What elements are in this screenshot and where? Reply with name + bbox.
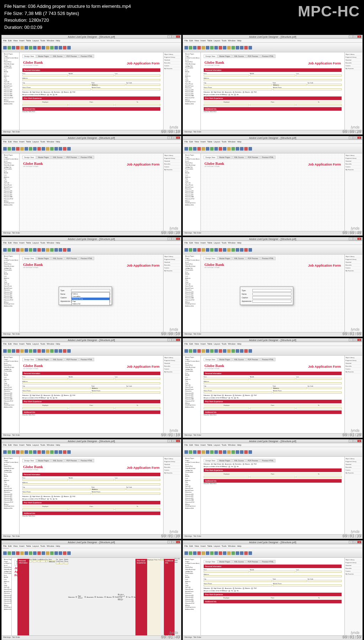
design-canvas[interactable]: Design ViewMaster PagesXML SourcePDF Pre…: [201, 356, 344, 433]
toolbar-icon[interactable]: [240, 46, 243, 49]
props-item[interactable]: Standard: [164, 261, 180, 264]
menu-layout[interactable]: Layout: [214, 141, 220, 143]
toolbar-icon[interactable]: [59, 46, 62, 49]
menu-file[interactable]: File: [184, 242, 188, 244]
checkbox-highschool[interactable]: [211, 395, 213, 396]
work-input[interactable]: [296, 407, 342, 409]
input-first[interactable]: [204, 74, 249, 77]
toolbar-icon[interactable]: [236, 551, 239, 555]
tab-preview-html[interactable]: Preview HTML: [79, 54, 94, 58]
tab-design-view[interactable]: Design View: [15, 560, 17, 566]
toolbar-icon[interactable]: [210, 551, 214, 555]
thumbnail-1[interactable]: Adobe LiveCycle Designer - [Structure.pd…: [1, 35, 181, 135]
toolbar-icon[interactable]: [59, 248, 62, 252]
props-item[interactable]: Standard: [346, 59, 362, 62]
toolbar-icon[interactable]: [63, 46, 66, 49]
work-input[interactable]: [22, 508, 68, 510]
menu-edit[interactable]: Edit: [189, 444, 193, 446]
hierarchy-item[interactable]: AdditionalInfo: [2, 608, 11, 610]
toolbar-icon[interactable]: [184, 147, 188, 151]
tab-preview-html[interactable]: Preview HTML: [79, 358, 94, 361]
tab-design-view[interactable]: Design View: [204, 257, 217, 260]
hierarchy-item[interactable]: (untitled Content Area): [184, 562, 200, 565]
toolbar-icon[interactable]: [54, 147, 58, 151]
hierarchy-item[interactable]: AdditionalInfo: [2, 204, 18, 206]
props-item[interactable]: Standard: [346, 362, 362, 365]
props-item[interactable]: Custom: [164, 64, 180, 67]
menu-edit[interactable]: Edit: [8, 242, 12, 244]
tab-pdf-preview[interactable]: PDF Preview: [246, 459, 260, 462]
input-zip[interactable]: [307, 387, 342, 389]
input-zip[interactable]: [56, 562, 59, 564]
menu-tools[interactable]: Tools: [221, 343, 226, 345]
toolbar-icon[interactable]: [50, 450, 54, 454]
toolbar-icon[interactable]: [214, 46, 218, 49]
toolbar-icon[interactable]: [219, 248, 222, 252]
input-zip[interactable]: [307, 84, 342, 86]
toolbar-icon[interactable]: [240, 349, 243, 353]
checkbox-masters[interactable]: [243, 91, 244, 93]
tab-pdf-preview[interactable]: PDF Preview: [65, 54, 79, 58]
tab-preview-html[interactable]: Preview HTML: [260, 459, 275, 462]
toolbar-icon[interactable]: [20, 349, 24, 353]
tab-xml-source[interactable]: XML Source: [51, 54, 64, 58]
checkbox-phd[interactable]: [70, 395, 71, 396]
toolbar-icon[interactable]: [236, 349, 239, 353]
input-zip[interactable]: [126, 387, 160, 389]
maximize-button[interactable]: □: [172, 136, 176, 139]
toolbar-icon[interactable]: [197, 248, 201, 252]
props-item[interactable]: My Favorites: [164, 67, 180, 70]
hierarchy-panel[interactable]: Master PagesPage1(untitled Content Area)…: [2, 153, 20, 231]
input-city[interactable]: [204, 387, 272, 389]
menu-insert[interactable]: Insert: [200, 545, 206, 547]
tab-design-view[interactable]: Design View: [22, 257, 36, 260]
tab-design-view[interactable]: Design View: [22, 156, 36, 159]
toolbar-icon[interactable]: [12, 248, 15, 252]
toolbar-icon[interactable]: [67, 147, 71, 151]
input-address[interactable]: [22, 483, 160, 486]
minimize-button[interactable]: –: [349, 339, 353, 341]
tab-design-view[interactable]: Design View: [22, 459, 36, 462]
work-input[interactable]: [204, 104, 249, 106]
tab-preview-html[interactable]: Preview HTML: [79, 459, 94, 462]
hierarchy-item[interactable]: (untitled Content Area): [184, 259, 200, 261]
toolbar-icon[interactable]: [219, 450, 222, 454]
dlg-caption-input[interactable]: [252, 296, 291, 299]
props-item[interactable]: Object Library: [346, 356, 362, 359]
maximize-button[interactable]: □: [172, 440, 176, 442]
toolbar-icon[interactable]: [240, 147, 243, 151]
design-canvas[interactable]: Design ViewMaster PagesXML SourcePDF Pre…: [12, 558, 17, 635]
menu-tools[interactable]: Tools: [40, 545, 45, 547]
select-state[interactable]: Alabama: [273, 84, 307, 86]
menu-edit[interactable]: Edit: [8, 545, 12, 547]
menu-layout[interactable]: Layout: [32, 444, 39, 446]
menu-help[interactable]: Help: [56, 141, 60, 143]
toolbar-icon[interactable]: [29, 248, 32, 252]
toolbar-icon[interactable]: [240, 551, 243, 555]
tab-preview-html[interactable]: Preview HTML: [260, 54, 275, 58]
toolbar-icon[interactable]: [16, 349, 20, 353]
radio-yes[interactable]: [229, 397, 230, 399]
toolbar-icon[interactable]: [193, 450, 197, 454]
input-first[interactable]: [22, 378, 68, 380]
toolbar-icon[interactable]: [206, 248, 209, 252]
close-button[interactable]: ×: [176, 136, 180, 139]
checkbox-associates[interactable]: [85, 596, 86, 598]
hierarchy-item[interactable]: HomePhone: [2, 588, 11, 591]
hierarchy-item[interactable]: (untitled Content Area): [2, 461, 18, 463]
toolbar-icon[interactable]: [206, 551, 209, 555]
toolbar-icon[interactable]: [33, 248, 37, 252]
toolbar-icon[interactable]: [193, 349, 197, 353]
toolbar-icon[interactable]: [223, 248, 226, 252]
input-home[interactable]: [22, 493, 91, 495]
props-item[interactable]: Object Library: [164, 457, 180, 460]
hierarchy-item[interactable]: (untitled Content Area): [2, 259, 18, 261]
menu-edit[interactable]: Edit: [189, 40, 193, 42]
tab-design-view[interactable]: Design View: [204, 358, 217, 361]
menu-window[interactable]: Window: [47, 141, 54, 143]
minimize-button[interactable]: –: [349, 237, 353, 240]
props-item[interactable]: Custom: [346, 570, 362, 573]
menu-tools[interactable]: Tools: [221, 40, 226, 42]
checkbox-associates[interactable]: [41, 91, 42, 93]
tab-preview-html[interactable]: Preview HTML: [79, 156, 94, 159]
